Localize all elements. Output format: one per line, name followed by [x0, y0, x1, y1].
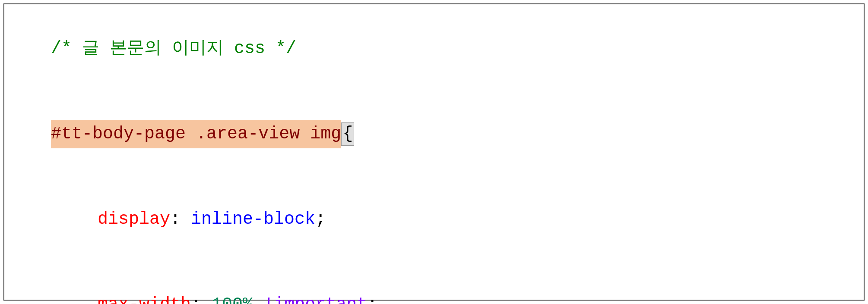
css-property: display — [98, 210, 170, 229]
semicolon: ; — [367, 295, 377, 304]
space — [186, 124, 196, 144]
css-comment: /* 글 본문의 이미지 css */ — [51, 39, 296, 58]
selector-highlight: #tt-body-page .area-view img — [51, 120, 341, 148]
space — [253, 295, 263, 304]
colon: : — [170, 210, 181, 229]
colon: : — [191, 295, 201, 304]
css-value-number: 100 — [212, 295, 243, 304]
space — [181, 210, 191, 229]
css-property: max-width — [98, 295, 191, 304]
space — [201, 295, 212, 304]
dot-symbol: . — [196, 124, 206, 144]
css-value-unit: % — [243, 295, 253, 304]
selector-class: area-view — [206, 124, 300, 144]
code-line-selector: #tt-body-page .area-view img{ — [4, 91, 864, 177]
code-line-rule: max-width: 100% !important; — [4, 262, 864, 304]
code-line-rule: display: inline-block; — [4, 177, 864, 262]
code-editor[interactable]: /* 글 본문의 이미지 css */ #tt-body-page .area-… — [3, 3, 865, 301]
selector-tag: img — [310, 124, 341, 144]
hash-symbol: # — [51, 124, 61, 144]
selector-id: tt-body-page — [61, 124, 186, 144]
brace-open: { — [341, 122, 354, 146]
css-value: inline-block — [191, 210, 315, 229]
space — [300, 124, 310, 144]
semicolon: ; — [315, 210, 326, 229]
css-important: !important — [263, 295, 367, 304]
code-line-comment: /* 글 본문의 이미지 css */ — [4, 6, 864, 91]
